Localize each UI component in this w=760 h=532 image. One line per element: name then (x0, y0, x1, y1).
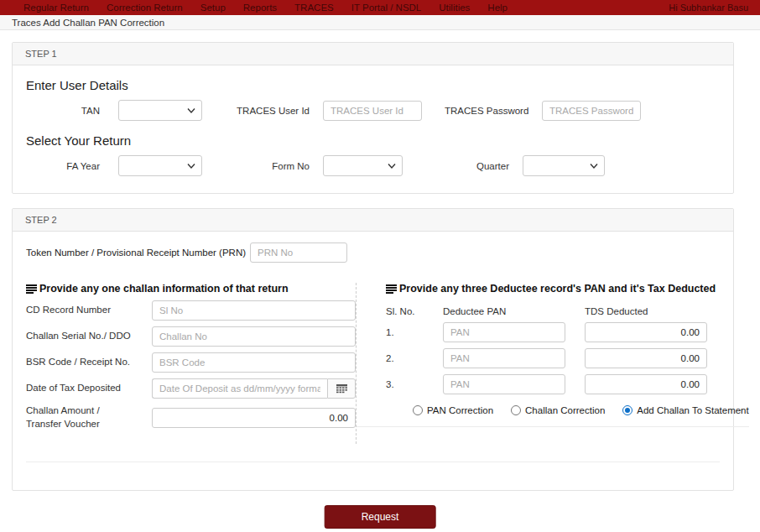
step1-header: STEP 1 (13, 43, 733, 65)
radio-icon (413, 405, 423, 415)
prn-input[interactable] (250, 243, 347, 263)
cd-record-label: CD Record Number (26, 304, 152, 317)
tan-label: TAN (26, 106, 100, 116)
chevron-down-icon (187, 107, 195, 114)
radio-pan-correction[interactable]: PAN Correction (413, 405, 493, 415)
token-row: Token Number / Provisional Receipt Numbe… (26, 243, 720, 263)
challan-section-title: Provide any one challan information of t… (39, 283, 289, 295)
pan-input-2[interactable] (443, 348, 565, 368)
quarter-select[interactable] (523, 155, 605, 176)
radio-label: PAN Correction (427, 405, 493, 415)
tan-select[interactable] (118, 100, 202, 121)
challan-serial-input[interactable] (152, 326, 356, 347)
challan-info-section: Provide any one challan information of t… (26, 283, 357, 444)
date-deposited-input[interactable] (152, 378, 327, 399)
cd-record-input[interactable] (152, 300, 356, 321)
deductee-section: Provide any three Deductee record's PAN … (357, 283, 749, 427)
traces-user-id-input[interactable] (323, 101, 422, 121)
top-navbar: Regular Return Correction Return Setup R… (0, 0, 760, 15)
challan-amount-input[interactable] (152, 408, 356, 428)
fa-year-label: FA Year (26, 161, 100, 171)
tds-input-1[interactable] (585, 322, 707, 342)
breadcrumb: Traces Add Challan PAN Correction (0, 15, 760, 30)
deductee-section-title: Provide any three Deductee record's PAN … (399, 283, 716, 295)
nav-item-utilities[interactable]: Utilities (439, 0, 470, 15)
row-number: 2. (386, 353, 443, 363)
token-number-label: Token Number / Provisional Receipt Numbe… (26, 248, 246, 258)
pan-input-3[interactable] (443, 374, 565, 394)
nav-item-reports[interactable]: Reports (243, 0, 277, 15)
enter-user-details-title: Enter User Details (26, 78, 720, 92)
radio-challan-correction[interactable]: Challan Correction (511, 405, 605, 415)
row-number: 3. (386, 379, 443, 389)
bottom-divider (26, 462, 720, 462)
step2-header: STEP 2 (13, 209, 733, 232)
traces-user-id-label: TRACES User Id (221, 106, 310, 116)
form-no-label: Form No (221, 161, 310, 171)
bsr-code-input[interactable] (152, 352, 356, 373)
deductee-table-header: Sl. No. Deductee PAN TDS Deducted (386, 306, 749, 316)
nav-item-it-portal-nsdl[interactable]: IT Portal / NSDL (351, 0, 422, 15)
deductee-row-1: 1. (386, 322, 749, 342)
challan-serial-label: Challan Serial No./ DDO (26, 330, 152, 343)
calendar-icon (336, 383, 347, 394)
step2-columns: Provide any one challan information of t… (26, 283, 720, 444)
challan-section-header: Provide any one challan information of t… (26, 283, 356, 295)
nav-item-regular-return[interactable]: Regular Return (23, 0, 89, 15)
chevron-down-icon (590, 163, 598, 170)
select-your-return-title: Select Your Return (26, 133, 720, 148)
deductee-section-header: Provide any three Deductee record's PAN … (386, 283, 749, 295)
date-picker-button[interactable] (327, 378, 356, 399)
radio-icon (511, 405, 521, 415)
bsr-code-label: BSR Code / Receipt No. (26, 356, 152, 369)
chevron-down-icon (187, 163, 195, 170)
pan-input-1[interactable] (443, 322, 565, 342)
cd-record-row: CD Record Number (26, 300, 356, 321)
challan-amount-row: Challan Amount / Transfer Voucher (26, 404, 356, 430)
quarter-label: Quarter (425, 161, 509, 171)
request-button[interactable]: Request (325, 505, 436, 529)
radio-add-challan-to-statement[interactable]: Add Challan To Statement (622, 405, 748, 415)
nav-item-setup[interactable]: Setup (200, 0, 226, 15)
list-icon (26, 284, 37, 294)
nav-item-help[interactable]: Help (487, 0, 508, 15)
deductee-row-2: 2. (386, 348, 749, 368)
step1-panel: STEP 1 Enter User Details TAN TRACES Use… (12, 42, 734, 194)
traces-password-input[interactable] (542, 101, 641, 121)
nav-item-traces[interactable]: TRACES (294, 0, 334, 15)
bsr-code-row: BSR Code / Receipt No. (26, 352, 356, 373)
radio-icon (622, 405, 632, 415)
nav-item-correction-return[interactable]: Correction Return (107, 0, 183, 15)
traces-password-label: TRACES Password (445, 106, 528, 116)
list-icon (386, 284, 397, 294)
tds-input-3[interactable] (585, 374, 707, 394)
tds-input-2[interactable] (585, 348, 707, 368)
date-deposited-label: Date of Tax Deposited (26, 382, 152, 395)
step2-panel: STEP 2 Token Number / Provisional Receip… (12, 208, 734, 491)
user-greeting[interactable]: Hi Subhankar Basu (669, 3, 748, 13)
form-no-select[interactable] (323, 155, 403, 176)
row-number: 1. (386, 327, 443, 337)
date-deposited-row: Date of Tax Deposited (26, 378, 356, 399)
fa-year-select[interactable] (118, 155, 202, 176)
radio-label: Add Challan To Statement (637, 405, 748, 415)
select-return-row: FA Year Form No Quarter (26, 155, 720, 176)
chevron-down-icon (388, 163, 396, 170)
correction-type-radios: PAN Correction Challan Correction Add Ch… (413, 405, 749, 415)
col-deductee-pan: Deductee PAN (443, 306, 565, 316)
deductee-row-3: 3. (386, 374, 749, 394)
challan-amount-label: Challan Amount / Transfer Voucher (26, 404, 152, 430)
col-tds-deducted: TDS Deducted (585, 306, 707, 316)
step2-body: Token Number / Provisional Receipt Numbe… (13, 243, 733, 462)
radio-label: Challan Correction (525, 405, 605, 415)
col-sl-no: Sl. No. (386, 306, 443, 316)
user-details-row: TAN TRACES User Id TRACES Password (26, 100, 720, 121)
challan-serial-row: Challan Serial No./ DDO (26, 326, 356, 347)
step1-body: Enter User Details TAN TRACES User Id TR… (13, 78, 733, 176)
